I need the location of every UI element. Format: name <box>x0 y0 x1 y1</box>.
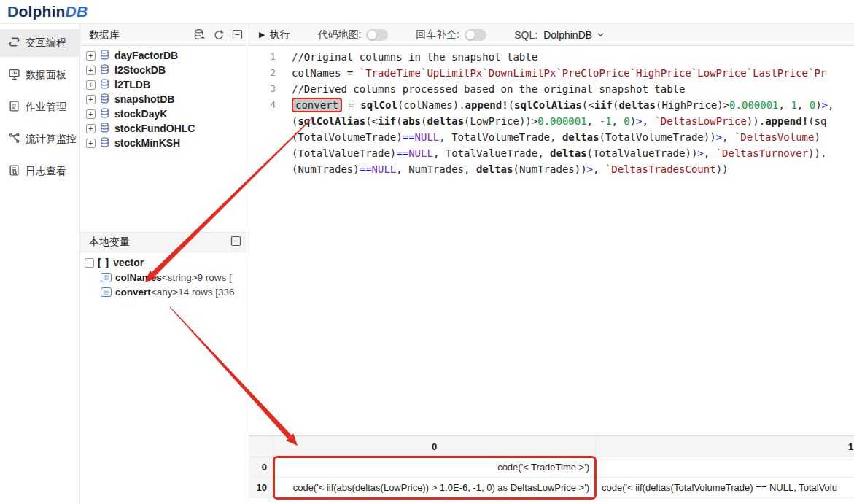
code-token: 0 <box>810 99 815 111</box>
collapse-panel-icon[interactable] <box>230 236 241 249</box>
code-token: == <box>360 163 372 175</box>
variable-type: <any> <box>151 287 179 298</box>
code-map-toggle[interactable] <box>366 29 388 41</box>
database-icon <box>96 107 114 121</box>
table-row: 0code('< TradeTime >') <box>249 457 854 478</box>
stream-monitor-icon <box>8 132 20 147</box>
database-tree-item[interactable]: +stockMinKSH <box>80 136 249 150</box>
code-token: (NumTrades) <box>292 163 360 175</box>
table-cell[interactable]: code('< TradeTime >') <box>273 457 596 477</box>
expand-icon[interactable]: + <box>86 80 96 90</box>
code-token: sqlColAlias <box>298 115 365 127</box>
database-tree-item[interactable]: +stockDayK <box>80 106 249 121</box>
variable-item-convert[interactable]: ◎convert<any> 14 rows [336 <box>80 284 249 299</box>
column-header[interactable]: 1 <box>596 436 854 457</box>
refresh-icon[interactable] <box>213 29 225 41</box>
code-token: iif <box>594 99 613 111</box>
column-header[interactable]: 0 <box>273 436 596 457</box>
line-number <box>249 113 283 129</box>
code-token: )) <box>716 163 729 175</box>
database-tree: +dayFactorDB+l2StockDB+l2TLDB+snapshotDB… <box>80 46 249 232</box>
code-text: convert = sqlCol(colNames).append!(sqlCo… <box>283 97 840 113</box>
code-token: //Original columns in the snapshot table <box>292 51 537 63</box>
variable-name: convert <box>115 287 151 298</box>
expand-icon[interactable]: + <box>86 66 96 75</box>
code-editor[interactable]: 1//Original columns in the snapshot tabl… <box>249 46 854 435</box>
code-line: (TotalValueTrade)==NULL, TotalValueTrade… <box>249 145 854 161</box>
database-name: l2StockDB <box>114 64 166 76</box>
code-text: (sqlColAlias(<iif(abs(deltas(LowPrice))>… <box>283 113 826 129</box>
code-token: , <box>611 115 624 127</box>
code-token: , <box>643 115 655 127</box>
code-token: sqlColAlias <box>514 99 582 111</box>
run-button[interactable]: ▶ 执行 <box>259 28 290 42</box>
expand-icon[interactable]: + <box>86 124 96 133</box>
collapse-all-icon[interactable] <box>232 29 243 40</box>
variable-group-vector[interactable]: −[ ]vector <box>80 255 249 270</box>
code-token: deltas <box>550 147 587 159</box>
variable-info: 9 rows [ <box>198 272 232 283</box>
database-tree-item[interactable]: +l2TLDB <box>80 77 249 92</box>
run-button-label: 执行 <box>269 28 290 42</box>
sidebar-item-4[interactable]: 流计算监控 <box>0 125 79 153</box>
vector-type-icon: [ ] <box>98 257 109 268</box>
database-tree-item[interactable]: +stockFundOHLC <box>80 121 249 136</box>
code-token: )). <box>808 147 826 159</box>
sidebar-item-5[interactable]: 日志查看 <box>0 158 79 185</box>
collapse-icon[interactable]: − <box>85 258 94 268</box>
code-token: , <box>779 99 791 111</box>
sidebar-item-1[interactable]: 交互编程 <box>0 29 79 57</box>
row-header: 10 <box>249 478 273 497</box>
database-tree-item[interactable]: +dayFactorDB <box>80 48 249 63</box>
code-token: > <box>716 131 722 143</box>
expand-icon[interactable]: + <box>86 109 96 119</box>
code-token: iif <box>378 115 396 127</box>
dolphindb-logo: DolphinDB <box>7 3 88 20</box>
line-number <box>249 145 283 161</box>
expand-icon[interactable]: + <box>86 95 96 104</box>
sidebar-item-label: 交互编程 <box>26 36 66 50</box>
line-number: 3 <box>249 81 283 97</box>
enter-complete-label: 回车补全: <box>416 28 459 42</box>
sql-label: SQL: <box>514 29 537 41</box>
table-cell[interactable]: code('< iif(deltas(TotalVolumeTrade) == … <box>596 478 854 497</box>
table-cell[interactable]: code('< iif(abs(deltas(LowPrice)) > 1.0E… <box>273 478 596 497</box>
database-tree-item[interactable]: +snapshotDB <box>80 92 249 106</box>
code-line: (TotalVolumeTrade)==NULL, TotalVolumeTra… <box>249 129 854 145</box>
sidebar-item-3[interactable]: 作业管理 <box>0 93 79 121</box>
database-tree-item[interactable]: +l2StockDB <box>80 63 249 77</box>
code-text: (TotalVolumeTrade)==NULL, TotalVolumeTra… <box>283 129 820 145</box>
sql-dialect-select[interactable]: SQL: DolphinDB <box>514 29 605 41</box>
expand-icon[interactable]: + <box>86 51 96 61</box>
code-token: NULL <box>415 131 440 143</box>
enter-complete-toggle[interactable] <box>465 29 486 41</box>
code-line: (sqlColAlias(<iif(abs(deltas(LowPrice))>… <box>249 113 854 129</box>
code-token: colNames = <box>292 67 360 79</box>
code-token: , <box>587 115 599 127</box>
code-text: //Original columns in the snapshot table <box>283 49 537 65</box>
variable-icon: ◎ <box>101 273 112 282</box>
code-token: `TradeTime`UpLimitPx`DownLimitPx`PreCloP… <box>360 67 827 79</box>
variable-name: colNames <box>115 272 162 283</box>
expand-icon[interactable]: + <box>86 139 96 148</box>
code-token: (LowPrice))> <box>464 115 537 127</box>
logo-mid: olphin <box>18 3 65 20</box>
sidebar-item-label: 作业管理 <box>26 101 66 114</box>
code-token: , NumTrades, <box>396 163 476 175</box>
code-line: 4convert = sqlCol(colNames).append!(sqlC… <box>249 97 854 113</box>
code-token: abs <box>403 115 421 127</box>
sidebar-item-2[interactable]: 数据面板 <box>0 61 79 89</box>
variable-item-colNames[interactable]: ◎colNames<string> 9 rows [ <box>80 270 249 284</box>
line-number: 1 <box>249 49 283 65</box>
code-token: (HighPrice)> <box>656 99 729 111</box>
code-token: , <box>704 147 716 159</box>
code-text: colNames = `TradeTime`UpLimitPx`DownLimi… <box>283 65 826 81</box>
code-token: 1 <box>791 99 796 111</box>
code-token: //Derived columns processed based on the… <box>292 83 685 95</box>
code-token: > <box>697 147 703 159</box>
code-token: , <box>593 163 605 175</box>
new-database-icon[interactable] <box>193 28 206 41</box>
database-icon <box>96 63 114 77</box>
database-panel-title: 数据库 <box>89 28 120 42</box>
table-cell[interactable] <box>596 457 854 477</box>
